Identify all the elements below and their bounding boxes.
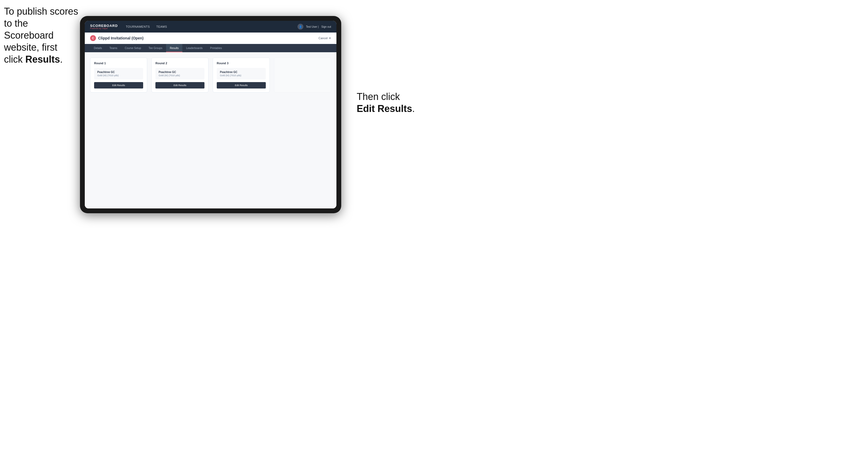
nav-links: TOURNAMENTS TEAMS: [126, 24, 298, 29]
tournament-header: C Clippd Invitational (Open) Cancel ✕: [85, 33, 336, 44]
nav-right: 👤 Test User | Sign out: [298, 24, 331, 30]
round-2-course-name: Peachtree GC: [159, 71, 201, 73]
round-2-course-detail: Gold (M) (7010 yds): [159, 74, 201, 77]
tab-results[interactable]: Results: [166, 44, 182, 52]
round-1-course-card: Peachtree GC Gold (M) (7010 yds): [94, 68, 143, 80]
tab-leaderboards[interactable]: Leaderboards: [182, 44, 206, 52]
round-2-title: Round 2: [155, 62, 205, 65]
round-3-course-detail: Gold (M) (7010 yds): [220, 74, 262, 77]
instruction-right: Then click Edit Results.: [357, 91, 426, 115]
top-nav: SCOREBOARD Powered by clippd TOURNAMENTS…: [85, 21, 336, 33]
round-2-column: Round 2 Peachtree GC Gold (M) (7010 yds)…: [151, 58, 209, 93]
tablet-screen: SCOREBOARD Powered by clippd TOURNAMENTS…: [85, 21, 336, 209]
round-1-title: Round 1: [94, 62, 143, 65]
tablet-device: SCOREBOARD Powered by clippd TOURNAMENTS…: [80, 16, 341, 213]
round-3-edit-results-button[interactable]: Edit Results: [217, 82, 266, 89]
main-content: Round 1 Peachtree GC Gold (M) (7010 yds)…: [85, 52, 336, 209]
tab-teams[interactable]: Teams: [106, 44, 121, 52]
tournament-logo: C: [90, 35, 96, 41]
tournament-name: Clippd Invitational (Open): [98, 36, 144, 40]
round-1-edit-results-button[interactable]: Edit Results: [94, 82, 143, 89]
tournament-title-area: C Clippd Invitational (Open): [90, 35, 144, 41]
signout-link[interactable]: Sign out: [321, 25, 331, 28]
tab-printables[interactable]: Printables: [206, 44, 225, 52]
logo-area: SCOREBOARD Powered by clippd: [90, 24, 118, 29]
round-3-course-card: Peachtree GC Gold (M) (7010 yds): [217, 68, 266, 80]
logo-sub: Powered by clippd: [90, 27, 118, 29]
avatar-icon: 👤: [299, 25, 302, 28]
nav-user-text: Test User |: [306, 25, 319, 28]
round-1-course-detail: Gold (M) (7010 yds): [97, 74, 140, 77]
round-3-course-name: Peachtree GC: [220, 71, 262, 73]
tab-details[interactable]: Details: [90, 44, 106, 52]
tab-course-setup[interactable]: Course Setup: [121, 44, 145, 52]
round-3-column: Round 3 Peachtree GC Gold (M) (7010 yds)…: [213, 58, 270, 93]
sub-nav: Details Teams Course Setup Tee Groups Re…: [85, 44, 336, 52]
round-1-course-name: Peachtree GC: [97, 71, 140, 73]
round-2-edit-results-button[interactable]: Edit Results: [155, 82, 205, 89]
nav-teams[interactable]: TEAMS: [156, 24, 167, 29]
instruction-left: To publish scores to the Scoreboard webs…: [4, 5, 79, 65]
rounds-grid: Round 1 Peachtree GC Gold (M) (7010 yds)…: [90, 58, 331, 93]
cancel-button[interactable]: Cancel ✕: [318, 36, 331, 40]
round-3-title: Round 3: [217, 62, 266, 65]
nav-tournaments[interactable]: TOURNAMENTS: [126, 24, 150, 29]
round-2-course-card: Peachtree GC Gold (M) (7010 yds): [155, 68, 205, 80]
cancel-icon: ✕: [329, 36, 331, 40]
round-1-column: Round 1 Peachtree GC Gold (M) (7010 yds)…: [90, 58, 147, 93]
user-avatar: 👤: [298, 24, 303, 30]
round-4-column-empty: [274, 58, 331, 93]
logo-text: SCOREBOARD: [90, 24, 118, 27]
tab-tee-groups[interactable]: Tee Groups: [145, 44, 166, 52]
